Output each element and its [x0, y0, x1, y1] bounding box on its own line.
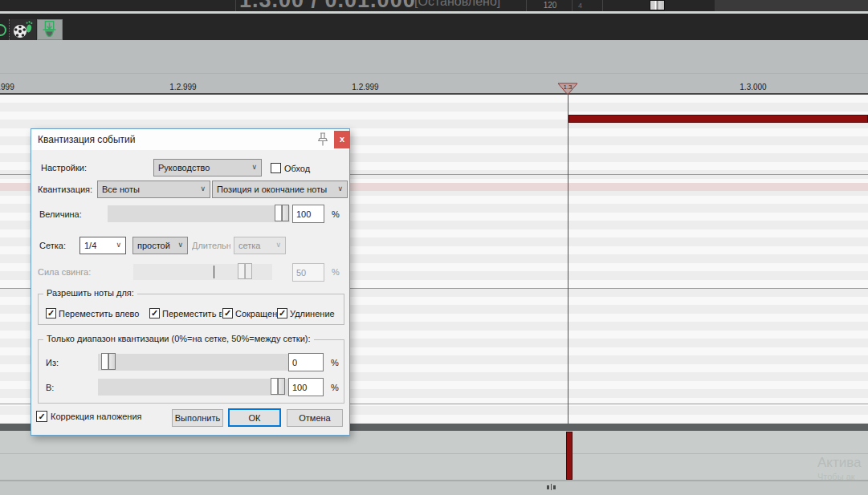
- move-left-label: Переместить влево: [59, 309, 139, 319]
- range-to-thumb[interactable]: [271, 378, 285, 395]
- dialog-title: Квантизация событий: [38, 134, 136, 145]
- strength-slider-thumb[interactable]: [275, 205, 289, 221]
- range-to-slider[interactable]: [98, 379, 289, 396]
- velocity-bar[interactable]: [566, 432, 573, 480]
- green-ring-icon: [0, 24, 6, 36]
- lane-grid-line: [0, 453, 868, 454]
- dialog-titlebar[interactable]: Квантизация событий: [31, 129, 349, 150]
- allow-notes-group: Разрешить ноты для: ✓ Переместить влево …: [38, 294, 344, 325]
- shorten-checkbox[interactable]: ✓: [222, 308, 233, 319]
- duration-value: сетка: [238, 241, 260, 250]
- strength-slider[interactable]: [108, 205, 290, 222]
- quantize-target-select[interactable]: Все ноты: [97, 181, 210, 198]
- quantize-target-value: Все ноты: [102, 185, 140, 194]
- settings-label: Настройки:: [41, 163, 87, 172]
- range-from-unit: %: [331, 358, 339, 367]
- download-tray-icon: [38, 19, 62, 40]
- ruler-divider: [0, 73, 868, 74]
- overlap-correction-checkbox[interactable]: ✓: [36, 411, 47, 422]
- swing-unit: %: [332, 267, 340, 277]
- grid-resolution-select[interactable]: 1/4: [79, 237, 126, 254]
- duration-select: сетка: [234, 237, 286, 254]
- transport-status: [Остановлено]: [414, 0, 525, 11]
- pin-icon[interactable]: [316, 132, 329, 148]
- quantize-mode-select[interactable]: Позиция и окончание ноты: [212, 181, 348, 198]
- tempo-value[interactable]: 120: [533, 1, 567, 10]
- ruler-tick-label: .999: [0, 83, 14, 91]
- watermark-line1: Актива: [817, 455, 862, 471]
- bottom-bar: [0, 481, 868, 495]
- step-record-button[interactable]: [10, 19, 36, 40]
- scrollbar-grip-icon[interactable]: [547, 484, 556, 490]
- range-from-thumb[interactable]: [101, 353, 116, 370]
- toolbar-separator: [9, 19, 10, 40]
- transport-right-panel: [715, 0, 868, 11]
- checkmark-icon: ✓: [47, 309, 55, 318]
- range-to-label: В:: [46, 383, 54, 392]
- ruler-tick-label: 1.2.999: [352, 83, 378, 91]
- toolbar-button-partial[interactable]: [0, 19, 8, 40]
- transport-separator: [602, 0, 603, 11]
- range-from-input[interactable]: [288, 353, 324, 371]
- transport-bar: 1.3.00 / 0.01.000 [Остановлено] 120 4: [0, 0, 868, 11]
- settings-select[interactable]: Руководство: [153, 159, 262, 176]
- grid-type-value: простой: [137, 241, 170, 250]
- allow-notes-group-title: Разрешить ноты для:: [43, 288, 137, 298]
- midi-note[interactable]: [568, 115, 868, 123]
- toolbar: [0, 14, 868, 40]
- range-from-label: Из:: [46, 358, 59, 367]
- playhead-line: [568, 95, 568, 424]
- duration-label: Длительн: [192, 241, 230, 250]
- range-to-input[interactable]: [288, 378, 324, 396]
- range-to-unit: %: [331, 383, 339, 392]
- grid-resolution-value: 1/4: [84, 241, 96, 250]
- lengthen-label: Удлинение: [290, 309, 335, 319]
- apply-button[interactable]: Выполнить: [172, 409, 223, 427]
- swing-center-tick: [214, 266, 214, 278]
- lengthen-checkbox[interactable]: ✓: [277, 308, 287, 319]
- move-right-label: Переместить в: [162, 309, 222, 319]
- playhead-marker[interactable]: 1.3: [557, 82, 578, 95]
- range-group: Только диапазон квантизации (0%=на сетке…: [38, 339, 344, 404]
- film-reel-footprint-icon: [10, 19, 36, 40]
- watermark-line2: Чтобы ак: [817, 472, 855, 481]
- checkmark-icon: ✓: [38, 412, 45, 421]
- transport-separator: [572, 0, 573, 11]
- strength-input[interactable]: [292, 205, 324, 223]
- playhead-marker-label: 1.3: [563, 83, 573, 91]
- swing-slider: [133, 264, 272, 280]
- strength-label: Величина:: [39, 209, 82, 219]
- move-right-checkbox[interactable]: ✓: [149, 308, 160, 319]
- swing-label: Сила свинга:: [38, 267, 91, 277]
- transport-slider-thumb[interactable]: [650, 0, 665, 10]
- import-notes-button[interactable]: [37, 19, 63, 40]
- grid-label: Сетка:: [39, 241, 66, 250]
- checkmark-icon: ✓: [151, 309, 158, 318]
- overlap-correction-label: Коррекция наложения: [51, 412, 142, 421]
- checkmark-icon: ✓: [279, 309, 286, 318]
- grid-type-select[interactable]: простой: [132, 237, 188, 254]
- cancel-button[interactable]: Отмена: [287, 409, 343, 427]
- time-signature-value[interactable]: 4: [578, 2, 582, 10]
- settings-value: Руководство: [158, 163, 210, 172]
- strength-unit: %: [332, 209, 340, 219]
- swing-slider-thumb: [238, 263, 252, 279]
- ruler-tick-label: 1.3.000: [740, 83, 766, 91]
- range-group-title: Только диапазон квантизации (0%=на сетке…: [43, 334, 314, 343]
- shorten-label: Сокращен: [235, 309, 277, 319]
- daw-window: 1.3.00 / 0.01.000 [Остановлено] 120 4: [0, 0, 868, 495]
- transport-separator: [526, 0, 527, 11]
- checkmark-icon: ✓: [224, 309, 231, 318]
- move-left-checkbox[interactable]: ✓: [46, 308, 56, 319]
- swing-input: [292, 263, 324, 282]
- range-from-slider[interactable]: [98, 354, 289, 371]
- transport-separator: [235, 0, 236, 11]
- quantize-label: Квантизация:: [38, 185, 92, 194]
- timeline-ruler[interactable]: .999 1.2.999 1.2.999 1.3.000 1.3: [0, 40, 868, 95]
- bypass-checkbox[interactable]: [271, 163, 281, 173]
- close-button[interactable]: [334, 131, 350, 148]
- ok-button[interactable]: ОК: [228, 408, 281, 427]
- quantize-dialog: Квантизация событий Настройки: Руководст…: [31, 128, 350, 436]
- controller-lane[interactable]: Актива Чтобы ак: [0, 431, 868, 481]
- ruler-tick-label: 1.2.999: [169, 83, 196, 91]
